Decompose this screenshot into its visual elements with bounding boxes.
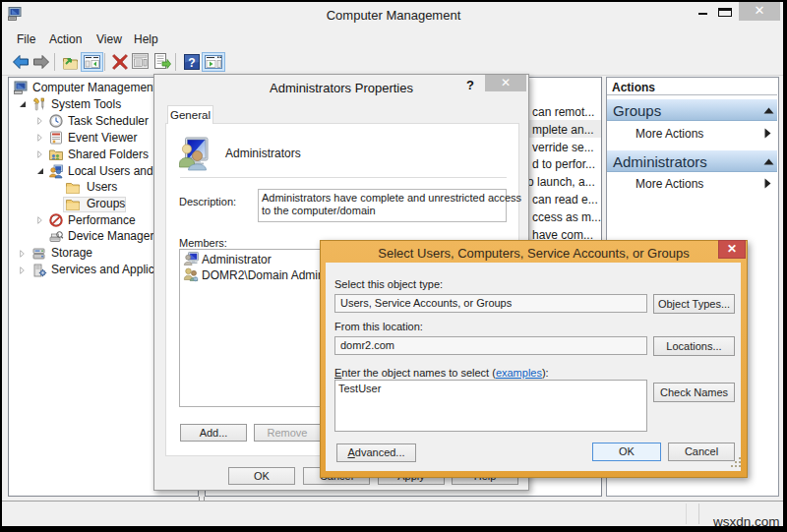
svg-text:?: ? — [188, 56, 195, 70]
